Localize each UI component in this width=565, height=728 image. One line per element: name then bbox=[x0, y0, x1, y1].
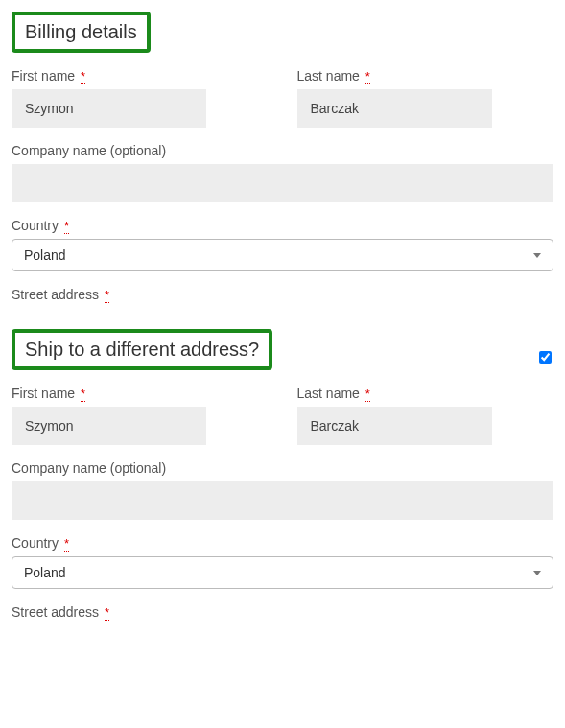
required-mark: * bbox=[365, 69, 370, 84]
required-mark: * bbox=[64, 536, 69, 552]
shipping-last-name-input[interactable] bbox=[297, 407, 492, 445]
shipping-first-name-input[interactable] bbox=[12, 407, 206, 445]
billing-company-input[interactable] bbox=[12, 164, 553, 202]
shipping-company-label: Company name (optional) bbox=[12, 460, 553, 476]
shipping-country-select[interactable]: Poland bbox=[12, 556, 553, 589]
shipping-country-label: Country * bbox=[12, 535, 553, 551]
required-mark: * bbox=[81, 387, 85, 402]
billing-section: Billing details First name * Last name *… bbox=[12, 12, 553, 302]
shipping-last-name-label: Last name * bbox=[297, 386, 554, 401]
billing-first-name-label: First name * bbox=[12, 68, 269, 83]
billing-last-name-input[interactable] bbox=[297, 89, 492, 128]
billing-company-label: Company name (optional) bbox=[12, 143, 553, 158]
required-mark: * bbox=[105, 605, 109, 621]
required-mark: * bbox=[64, 219, 69, 234]
shipping-first-name-label: First name * bbox=[12, 386, 269, 401]
shipping-street-label: Street address * bbox=[12, 604, 553, 620]
ship-different-checkbox[interactable] bbox=[539, 351, 552, 364]
required-mark: * bbox=[365, 387, 370, 402]
shipping-country-value: Poland bbox=[24, 565, 66, 580]
billing-heading: Billing details bbox=[12, 12, 151, 53]
billing-last-name-label: Last name * bbox=[297, 68, 554, 83]
billing-country-label: Country * bbox=[12, 218, 553, 233]
shipping-section: Ship to a different address? First name … bbox=[12, 329, 553, 620]
billing-first-name-input[interactable] bbox=[12, 89, 206, 128]
chevron-down-icon bbox=[533, 253, 541, 258]
shipping-heading: Ship to a different address? bbox=[12, 329, 272, 370]
required-mark: * bbox=[105, 288, 109, 303]
billing-country-value: Poland bbox=[24, 247, 66, 263]
billing-street-label: Street address * bbox=[12, 287, 553, 302]
shipping-company-input[interactable] bbox=[12, 481, 553, 520]
chevron-down-icon bbox=[533, 571, 541, 575]
billing-country-select[interactable]: Poland bbox=[12, 239, 553, 271]
required-mark: * bbox=[81, 69, 85, 84]
